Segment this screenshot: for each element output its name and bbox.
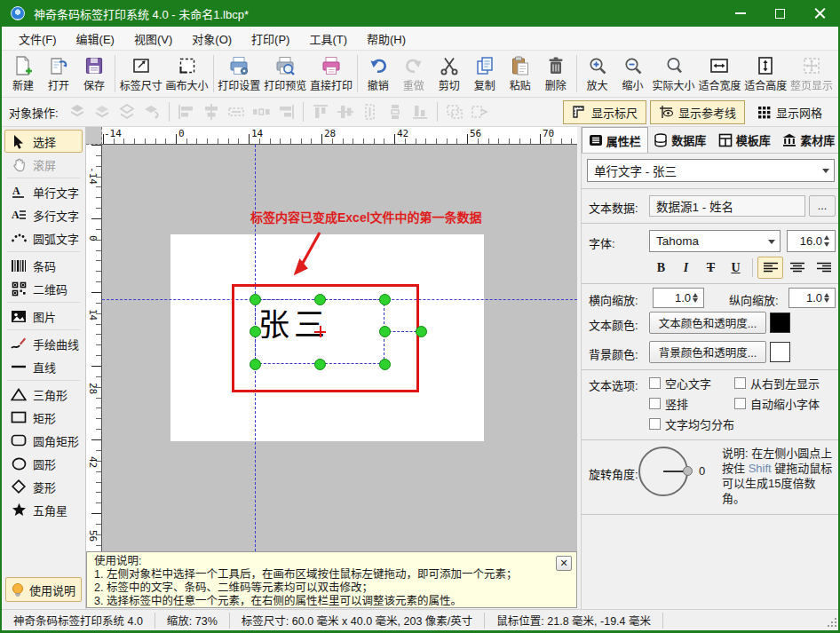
resize-grip[interactable] bbox=[826, 618, 836, 629]
tool-image[interactable]: 图片 bbox=[4, 305, 83, 328]
minimize-button[interactable] bbox=[720, 0, 760, 27]
redo-button[interactable]: 重做 bbox=[396, 52, 432, 95]
tab-materials[interactable]: 素材库 bbox=[777, 127, 840, 153]
group-icon[interactable] bbox=[443, 101, 466, 123]
menu-object[interactable]: 对象(O) bbox=[182, 27, 242, 51]
tool-qrcode[interactable]: 二维码 bbox=[4, 277, 83, 300]
fit-width-button[interactable]: 适合宽度 bbox=[696, 52, 742, 95]
tool-barcode[interactable]: 条码 bbox=[4, 254, 83, 277]
same-height-icon[interactable] bbox=[359, 101, 382, 123]
align-right-icon[interactable] bbox=[274, 101, 297, 123]
tool-rounded-rectangle[interactable]: 圆角矩形 bbox=[4, 429, 83, 452]
zoom-in-button[interactable]: 放大 bbox=[580, 52, 615, 95]
same-width-icon[interactable] bbox=[225, 101, 248, 123]
open-button[interactable]: 打开 bbox=[41, 52, 76, 95]
hollow-text-checkbox[interactable]: 空心文字 bbox=[649, 375, 711, 392]
undo-button[interactable]: 撤销 bbox=[361, 52, 396, 95]
tool-diamond[interactable]: 菱形 bbox=[4, 475, 83, 498]
align-left-button[interactable] bbox=[757, 257, 783, 279]
spinner-down-icon[interactable] bbox=[824, 298, 829, 305]
tool-line[interactable]: 直线 bbox=[4, 355, 83, 378]
italic-button[interactable]: I bbox=[674, 257, 698, 279]
selection-handle-top-center[interactable] bbox=[314, 294, 326, 305]
move-layer-down-icon[interactable] bbox=[140, 101, 163, 123]
show-ruler-toggle[interactable]: 显示标尺 bbox=[563, 100, 646, 124]
send-to-back-icon[interactable] bbox=[91, 101, 114, 123]
spinner-up-icon[interactable] bbox=[824, 233, 829, 240]
tab-database[interactable]: 数据库 bbox=[648, 127, 713, 153]
delete-button[interactable]: 删除 bbox=[538, 52, 574, 95]
actual-size-button[interactable]: 实际大小 bbox=[651, 52, 697, 95]
font-size-spinner[interactable]: 16.0 bbox=[787, 230, 836, 252]
direct-print-button[interactable]: 直接打印 bbox=[308, 52, 354, 95]
menu-edit[interactable]: 编辑(E) bbox=[67, 27, 124, 51]
tool-freehand-curve[interactable]: 手绘曲线 bbox=[4, 332, 83, 355]
browse-data-button[interactable]: ... bbox=[809, 195, 836, 217]
rotation-handle[interactable] bbox=[416, 326, 427, 337]
label-size-button[interactable]: 标签尺寸 bbox=[118, 52, 164, 95]
selection-handle-bottom-center[interactable] bbox=[314, 359, 326, 370]
selection-handle-bottom-right[interactable] bbox=[379, 359, 391, 370]
tool-triangle[interactable]: 三角形 bbox=[4, 383, 83, 406]
rotation-dial-knob[interactable] bbox=[683, 466, 693, 476]
text-data-field[interactable]: 数据源1 - 姓名 bbox=[649, 195, 805, 217]
tool-circle[interactable]: 圆形 bbox=[4, 452, 83, 475]
right-to-left-checkbox[interactable]: 从右到左显示 bbox=[734, 375, 820, 392]
h-scale-spinner[interactable]: 1.0 bbox=[653, 288, 704, 308]
menu-view[interactable]: 视图(V) bbox=[124, 27, 182, 51]
zoom-out-button[interactable]: 缩小 bbox=[615, 52, 651, 95]
strikethrough-button[interactable]: T bbox=[699, 257, 723, 279]
canvas-size-button[interactable]: 画布大小 bbox=[164, 52, 210, 95]
align-left-icon[interactable] bbox=[175, 101, 198, 123]
spinner-down-icon[interactable] bbox=[693, 298, 698, 305]
fit-height-button[interactable]: 适合高度 bbox=[742, 52, 788, 95]
maximize-button[interactable] bbox=[760, 0, 800, 27]
bg-color-swatch[interactable] bbox=[770, 342, 790, 362]
paste-button[interactable]: 粘贴 bbox=[503, 52, 538, 95]
bold-button[interactable]: B bbox=[649, 257, 673, 279]
save-button[interactable]: 保存 bbox=[76, 52, 112, 95]
tool-single-line-text[interactable]: A 单行文字 bbox=[4, 180, 83, 203]
tab-properties[interactable]: 属性栏 bbox=[582, 127, 648, 153]
tool-pan[interactable]: 滚屏 bbox=[4, 153, 83, 176]
whole-page-button[interactable]: 整页显示 bbox=[788, 52, 835, 95]
print-settings-button[interactable]: 打印设置 bbox=[216, 52, 262, 95]
spinner-up-icon[interactable] bbox=[824, 290, 829, 297]
font-family-dropdown[interactable]: Tahoma bbox=[649, 230, 781, 252]
align-middle-vertical-icon[interactable] bbox=[334, 101, 357, 123]
distribute-vertical-icon[interactable] bbox=[384, 101, 407, 123]
tool-multi-line-text[interactable]: A 多行文字 bbox=[4, 203, 83, 226]
object-selector-dropdown[interactable]: 单行文字 - 张三 bbox=[587, 159, 835, 182]
menu-file[interactable]: 文件(F) bbox=[9, 27, 67, 51]
text-color-button[interactable]: 文本颜色和透明度... bbox=[649, 312, 766, 334]
align-top-icon[interactable] bbox=[309, 101, 332, 123]
align-center-horizontal-icon[interactable] bbox=[200, 101, 223, 123]
spinner-down-icon[interactable] bbox=[824, 242, 829, 249]
menu-help[interactable]: 帮助(H) bbox=[357, 27, 416, 51]
ungroup-icon[interactable] bbox=[468, 101, 491, 123]
selection-handle-top-right[interactable] bbox=[379, 294, 391, 305]
print-preview-button[interactable]: 打印预览 bbox=[262, 52, 308, 95]
copy-button[interactable]: 复制 bbox=[467, 52, 503, 95]
bring-to-front-icon[interactable] bbox=[66, 101, 89, 123]
auto-shrink-checkbox[interactable]: 自动缩小字体 bbox=[734, 395, 820, 412]
new-button[interactable]: 新建 bbox=[5, 52, 41, 95]
tab-templates[interactable]: 模板库 bbox=[712, 127, 777, 153]
show-grid-toggle[interactable]: 显示网格 bbox=[749, 100, 831, 124]
close-button[interactable] bbox=[800, 0, 840, 27]
selection-handle-middle-right[interactable] bbox=[379, 326, 391, 337]
distribute-horizontal-icon[interactable] bbox=[250, 101, 273, 123]
align-center-button[interactable] bbox=[784, 257, 810, 279]
menu-print[interactable]: 打印(P) bbox=[242, 27, 299, 51]
help-close-button[interactable]: ✕ bbox=[556, 556, 572, 571]
bg-color-button[interactable]: 背景颜色和透明度... bbox=[649, 341, 766, 363]
align-right-button[interactable] bbox=[811, 257, 836, 279]
show-guides-toggle[interactable]: 显示参考线 bbox=[650, 100, 745, 124]
cut-button[interactable]: 剪切 bbox=[432, 52, 467, 95]
selection-handle-middle-left[interactable] bbox=[250, 326, 261, 337]
selection-handle-bottom-left[interactable] bbox=[250, 359, 261, 370]
underline-button[interactable]: U bbox=[724, 257, 748, 279]
tool-star[interactable]: 五角星 bbox=[4, 498, 83, 521]
tool-arc-text[interactable]: 圆弧文字 bbox=[4, 226, 83, 249]
usage-help-button[interactable]: 使用说明 bbox=[5, 577, 82, 602]
